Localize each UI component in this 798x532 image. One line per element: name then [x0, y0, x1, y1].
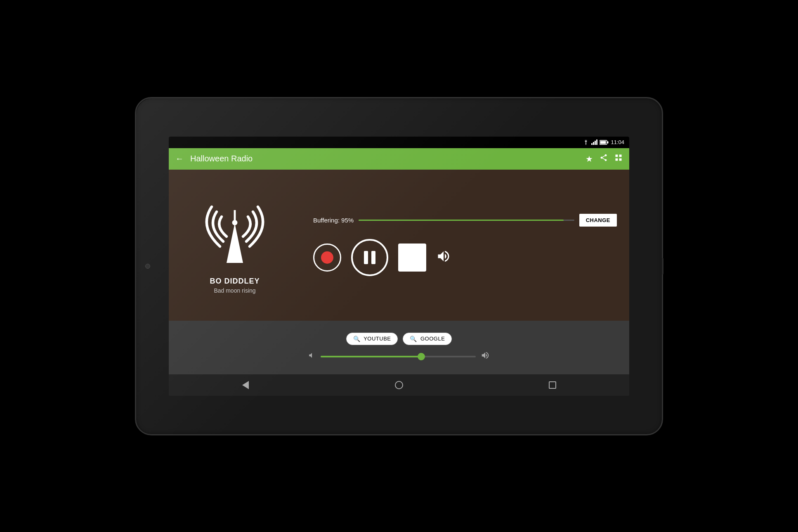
- volume-max-icon: [481, 351, 490, 362]
- record-dot: [321, 251, 333, 264]
- change-button[interactable]: CHANGE: [579, 214, 617, 227]
- status-icons: 11:04: [583, 139, 624, 145]
- app-title: Halloween Radio: [190, 154, 579, 163]
- svg-marker-4: [227, 223, 243, 263]
- song-name: Bad moon rising: [214, 287, 255, 294]
- google-label: GOOGLE: [420, 336, 445, 342]
- home-nav-button[interactable]: [390, 376, 408, 394]
- record-button[interactable]: [313, 244, 341, 272]
- google-search-icon: 🔍: [410, 336, 417, 342]
- stop-button[interactable]: [398, 244, 426, 272]
- controls-row: [313, 239, 617, 276]
- main-content: BO DIDDLEY Bad moon rising Buffering: 95…: [169, 170, 629, 321]
- tablet: 11:04 ← Halloween Radio ★: [135, 97, 663, 435]
- favorite-icon[interactable]: ★: [586, 154, 593, 164]
- pause-button[interactable]: [351, 239, 388, 276]
- youtube-label: YOUTUBE: [364, 336, 391, 342]
- progress-bar: [359, 220, 574, 221]
- volume-thumb[interactable]: [418, 353, 425, 360]
- left-panel: BO DIDDLEY Bad moon rising: [169, 170, 301, 321]
- bar1: [591, 143, 593, 145]
- youtube-search-button[interactable]: 🔍 YOUTUBE: [346, 333, 398, 345]
- grid-icon[interactable]: [614, 154, 623, 164]
- right-panel: Buffering: 95% CHANGE: [301, 170, 629, 321]
- search-buttons: 🔍 YOUTUBE 🔍 GOOGLE: [346, 333, 452, 345]
- bottom-panel: 🔍 YOUTUBE 🔍 GOOGLE: [169, 321, 629, 374]
- svg-rect-6: [234, 210, 236, 223]
- svg-rect-2: [600, 141, 606, 144]
- status-time: 11:04: [611, 139, 624, 145]
- volume-slider-row: [308, 351, 490, 362]
- progress-fill: [359, 220, 563, 221]
- app-bar: ← Halloween Radio ★: [169, 148, 629, 170]
- battery-icon: [600, 140, 609, 145]
- volume-fill: [321, 356, 421, 357]
- google-search-button[interactable]: 🔍 GOOGLE: [403, 333, 452, 345]
- bar3: [595, 141, 596, 145]
- radio-tower-icon: [202, 196, 268, 270]
- recent-nav-icon: [549, 381, 556, 389]
- buffering-row: Buffering: 95% CHANGE: [313, 214, 617, 227]
- screen: 11:04 ← Halloween Radio ★: [169, 137, 629, 396]
- youtube-search-icon: 🔍: [353, 336, 361, 342]
- svg-rect-3: [607, 141, 609, 143]
- share-icon[interactable]: [600, 154, 608, 164]
- app-bar-actions: ★: [586, 154, 623, 164]
- pause-bar-left: [364, 251, 368, 264]
- volume-slider[interactable]: [321, 356, 476, 357]
- wifi-icon: [583, 140, 589, 145]
- bar2: [593, 142, 594, 145]
- pause-bar-right: [371, 251, 375, 264]
- back-nav-icon: [242, 381, 249, 389]
- camera: [145, 264, 150, 269]
- bar4: [596, 140, 597, 145]
- back-nav-button[interactable]: [236, 376, 255, 394]
- nav-bar: [169, 374, 629, 396]
- artist-name: BO DIDDLEY: [210, 277, 260, 286]
- signal-bars: [591, 140, 597, 145]
- home-nav-icon: [395, 381, 403, 389]
- status-bar: 11:04: [169, 137, 629, 148]
- svg-point-0: [586, 144, 586, 145]
- back-button[interactable]: ←: [175, 154, 184, 163]
- buffering-label: Buffering: 95%: [313, 217, 354, 224]
- side-button[interactable]: [662, 258, 663, 274]
- recent-nav-button[interactable]: [543, 376, 562, 394]
- volume-min-icon: [308, 352, 316, 361]
- volume-icon[interactable]: [436, 249, 451, 267]
